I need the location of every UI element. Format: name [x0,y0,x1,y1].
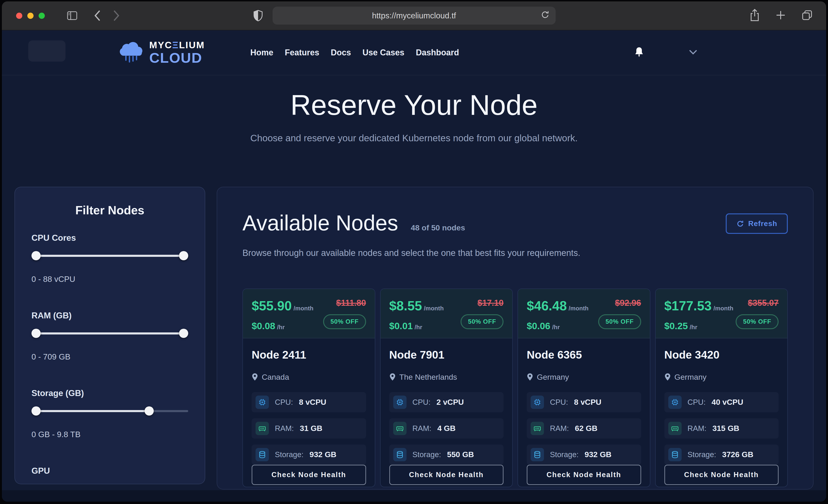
back-icon[interactable] [93,10,101,22]
address-bar[interactable]: https://myceliumcloud.tf [273,7,556,25]
storage-value: 932 GB [585,450,612,459]
filter-panel: Filter Nodes CPU Cores 0 - 88 vCPU RAM (… [14,187,205,484]
reload-icon[interactable] [540,10,550,21]
storage-slider[interactable] [32,406,188,416]
brand-logo[interactable]: MYCΞLIUM CLOUD [118,40,205,65]
cpu-range-text: 0 - 88 vCPU [32,275,188,284]
minimize-window-button[interactable] [27,13,34,19]
new-tab-icon[interactable] [775,10,786,22]
storage-slider-max-handle[interactable] [144,406,154,416]
check-node-health-button[interactable]: Check Node Health [664,465,779,485]
card-pricing: $8.55/month $0.01/hr $17.10 50% OFF [380,289,512,338]
mycelium-cloud-logo-icon [118,40,145,65]
node-name: Node 3420 [664,348,779,361]
browser-window: https://myceliumcloud.tf [2,1,826,502]
browser-toolbar: https://myceliumcloud.tf [2,1,826,30]
node-location: The Netherlands [400,373,457,382]
original-price: $111.80 [336,298,366,308]
ram-value: 4 GB [437,424,455,433]
hourly-price: $0.08 [252,321,275,331]
ram-slider-min-handle[interactable] [32,329,41,338]
node-card[interactable]: $8.55/month $0.01/hr $17.10 50% OFF Node… [380,289,513,487]
check-node-health-button[interactable]: Check Node Health [389,465,504,485]
ram-slider-max-handle[interactable] [179,329,188,338]
hourly-price: $0.01 [389,321,413,331]
node-card[interactable]: $177.53/month $0.25/hr $355.07 50% OFF N… [655,289,788,487]
card-pricing: $55.90/month $0.08/hr $111.80 50% OFF [243,289,375,338]
ram-icon [668,422,681,435]
cpu-icon [668,395,681,409]
window-controls [16,13,45,19]
cpu-slider-min-handle[interactable] [32,251,41,260]
cpu-spec-row: CPU: 8 vCPU [527,392,641,412]
nav-link-use-cases[interactable]: Use Cases [362,48,404,57]
monthly-price: $55.90 [252,298,292,313]
filter-group-storage: Storage (GB) 0 GB - 9.8 TB [32,388,188,439]
cpu-cores-label: CPU Cores [32,233,188,243]
storage-slider-min-handle[interactable] [32,406,41,416]
ram-spec-row: RAM: 62 GB [527,418,641,438]
cpu-value: 8 vCPU [574,397,602,407]
ram-slider[interactable] [32,329,188,338]
nav-link-features[interactable]: Features [285,48,319,57]
cpu-cores-slider[interactable] [32,251,188,260]
check-node-health-button[interactable]: Check Node Health [527,465,641,485]
storage-value: 550 GB [447,450,474,459]
original-price: $92.96 [615,298,641,308]
ram-icon [531,422,544,435]
check-node-health-button[interactable]: Check Node Health [252,465,366,485]
forward-icon[interactable] [112,10,120,22]
original-price: $355.07 [748,298,779,308]
discount-badge: 50% OFF [323,314,366,329]
location-pin-icon [252,373,258,381]
discount-badge: 50% OFF [598,314,641,329]
ram-spec-row: RAM: 31 GB [252,418,366,438]
node-card[interactable]: $46.48/month $0.06/hr $92.96 50% OFF Nod… [518,289,650,487]
ram-value: 315 GB [712,424,739,433]
monthly-price: $8.55 [389,298,422,313]
storage-value: 932 GB [309,450,336,459]
monthly-price: $46.48 [527,298,567,313]
gpu-label: GPU [32,466,188,476]
node-location: Germany [674,373,707,382]
nav-link-dashboard[interactable]: Dashboard [416,48,459,57]
cpu-value: 8 vCPU [299,397,326,407]
page-content: MYCΞLIUM CLOUD Home Features Docs Use Ca… [2,30,826,490]
refresh-icon [736,220,744,228]
storage-icon [393,448,407,461]
share-icon[interactable] [749,9,760,23]
chevron-down-icon[interactable] [689,50,697,55]
cpu-icon [393,395,407,409]
nav-link-home[interactable]: Home [250,48,273,57]
zoom-window-button[interactable] [39,13,45,19]
bell-icon[interactable] [634,47,644,58]
storage-spec-row: Storage: 3726 GB [664,445,779,465]
cpu-slider-max-handle[interactable] [179,251,188,260]
discount-badge: 50% OFF [460,314,503,329]
nav-link-docs[interactable]: Docs [331,48,351,57]
shield-icon[interactable] [253,10,263,22]
storage-icon [255,448,269,461]
page-subtitle: Choose and reserve your dedicated Kubern… [2,133,826,143]
cpu-value: 40 vCPU [711,397,743,407]
refresh-button[interactable]: Refresh [726,213,788,234]
cpu-spec-row: CPU: 8 vCPU [252,392,366,412]
original-price: $17.10 [478,298,503,308]
node-name: Node 2411 [252,348,366,361]
card-pricing: $177.53/month $0.25/hr $355.07 50% OFF [656,289,788,338]
storage-value: 3726 GB [722,450,753,459]
node-location: Germany [537,373,569,382]
hourly-price: $0.06 [527,321,550,331]
nav-links: Home Features Docs Use Cases Dashboard [250,48,459,57]
sidebar-icon[interactable] [67,11,77,20]
storage-icon [531,448,544,461]
tabs-icon[interactable] [801,9,813,22]
filter-group-gpu: GPU [32,466,188,484]
ram-range-text: 0 - 709 GB [32,352,188,361]
storage-icon [668,448,681,461]
close-window-button[interactable] [16,13,22,19]
node-card[interactable]: $55.90/month $0.08/hr $111.80 50% OFF No… [242,289,375,487]
browser-actions [749,9,813,23]
location-pin-icon [664,373,671,381]
avatar-placeholder [28,40,66,61]
